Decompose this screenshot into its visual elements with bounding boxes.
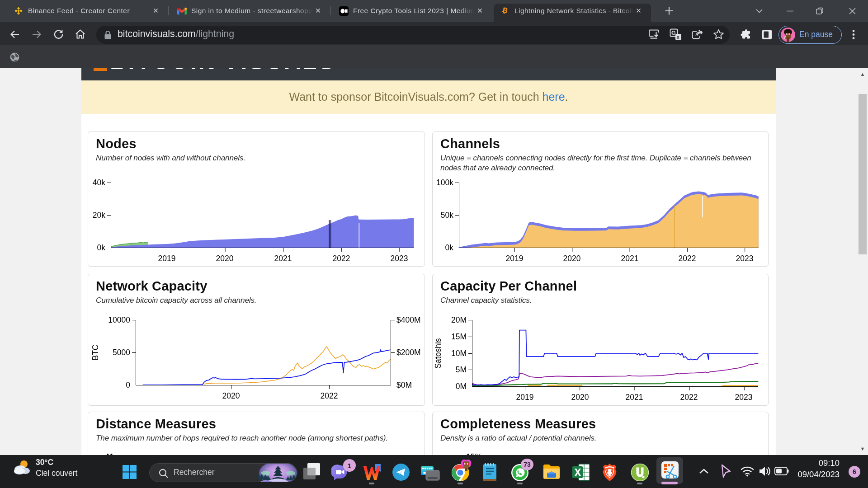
svg-text:50k: 50k	[441, 211, 453, 220]
svg-text:2019: 2019	[158, 254, 176, 263]
svg-text:2020: 2020	[563, 254, 581, 263]
svg-text:BTC: BTC	[91, 345, 100, 361]
svg-text:$400M: $400M	[396, 315, 421, 324]
svg-text:0: 0	[126, 380, 130, 389]
svg-text:5M: 5M	[456, 365, 467, 374]
svg-text:2020: 2020	[571, 393, 589, 402]
svg-text:10000: 10000	[108, 315, 130, 324]
svg-text:20k: 20k	[93, 211, 105, 220]
svg-text:0M: 0M	[456, 382, 467, 391]
svg-text:2022: 2022	[333, 254, 350, 263]
svg-text:2022: 2022	[321, 391, 338, 400]
svg-text:2022: 2022	[679, 254, 696, 263]
svg-text:$200M: $200M	[396, 348, 421, 357]
svg-text:$0M: $0M	[396, 380, 412, 389]
svg-text:Satoshis: Satoshis	[434, 338, 443, 368]
svg-text:0k: 0k	[97, 243, 106, 252]
svg-text:5000: 5000	[113, 348, 130, 357]
svg-text:20M: 20M	[451, 315, 467, 324]
svg-text:2023: 2023	[735, 393, 753, 402]
svg-text:2023: 2023	[736, 254, 754, 263]
svg-text:100k: 100k	[436, 178, 453, 187]
svg-text:15M: 15M	[451, 332, 467, 341]
svg-text:2021: 2021	[274, 254, 292, 263]
svg-text:0k: 0k	[445, 243, 454, 252]
svg-text:2020: 2020	[222, 391, 240, 400]
svg-text:2022: 2022	[680, 393, 698, 402]
svg-text:2019: 2019	[506, 254, 524, 263]
svg-text:2023: 2023	[391, 254, 408, 263]
svg-text:2019: 2019	[516, 393, 534, 402]
svg-text:40k: 40k	[93, 178, 105, 187]
svg-text:2021: 2021	[626, 393, 643, 402]
svg-text:2021: 2021	[621, 254, 639, 263]
svg-text:G: G	[671, 30, 676, 36]
svg-text:10M: 10M	[451, 349, 467, 358]
svg-text:2020: 2020	[216, 254, 234, 263]
svg-text:x: x	[677, 34, 680, 40]
